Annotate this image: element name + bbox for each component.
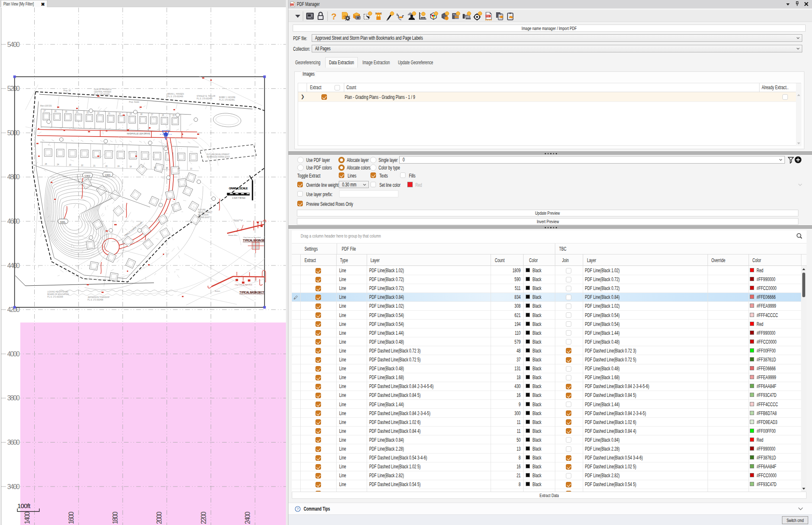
svg-text:25: 25: [45, 163, 47, 165]
svg-text:19: 19: [129, 113, 132, 115]
svg-text:20: 20: [119, 113, 121, 115]
svg-text:CENTRAL HANSEN: CENTRAL HANSEN: [94, 91, 111, 93]
svg-text:18: 18: [140, 113, 143, 115]
svg-text:?: ?: [331, 11, 337, 21]
svg-text:BOBBY J. MOORE: BOBBY J. MOORE: [219, 96, 235, 98]
svg-text:Prop. Swale: Prop. Swale: [129, 101, 140, 103]
svg-text:100ft: 100ft: [17, 502, 31, 509]
svg-text:18: 18: [129, 166, 132, 168]
svg-text:Normal Pool: Normal Pool: [233, 219, 243, 221]
svg-text:15: 15: [166, 167, 168, 169]
svg-text:15: 15: [173, 115, 175, 117]
svg-text:TYPICAL BASIN SECT: TYPICAL BASIN SECT: [239, 291, 265, 294]
svg-text:27: 27: [44, 110, 46, 112]
svg-text:Prop. 30': Prop. 30': [63, 90, 71, 92]
svg-text:1600: 1600: [68, 511, 75, 524]
svg-text:MORRISON FARMS EAST: MORRISON FARMS EAST: [207, 156, 230, 158]
svg-text:PDF: PDF: [291, 4, 294, 6]
svg-text:5000: 5000: [7, 129, 20, 137]
svg-text:FARMS EAST: FARMS EAST: [198, 216, 210, 219]
svg-text:GRAPHIC SCALE: GRAPHIC SCALE: [229, 186, 248, 190]
svg-text:DEVELOPMENT: DEVELOPMENT: [198, 211, 212, 213]
svg-text:P.L.S. 170-002485: P.L.S. 170-002485: [197, 98, 212, 100]
svg-text:LICKING HEIGHTS LSD: LICKING HEIGHTS LSD: [47, 291, 69, 293]
svg-text:4000: 4000: [7, 350, 20, 358]
svg-text:FUTURE: FUTURE: [198, 209, 206, 211]
svg-text:5200: 5200: [7, 85, 20, 92]
svg-text:23: 23: [69, 164, 71, 166]
svg-text:22: 22: [81, 164, 84, 167]
svg-text:OLAF B. HANSEN &: OLAF B. HANSEN &: [94, 88, 112, 90]
svg-text:P.L.S. 170-002409: P.L.S. 170-002409: [94, 93, 110, 96]
svg-text:2200: 2200: [200, 511, 207, 524]
svg-text:Clay Liner as Specified: Clay Liner as Specified: [243, 236, 261, 238]
svg-text:2000: 2000: [156, 511, 163, 524]
svg-text:TYPICAL BASIN SE: TYPICAL BASIN SE: [243, 239, 265, 242]
svg-text:16: 16: [162, 114, 164, 116]
svg-text:26: 26: [54, 110, 57, 112]
svg-text:23: 23: [87, 112, 89, 114]
svg-text:SWL: SWL: [60, 221, 66, 223]
svg-text:21: 21: [108, 112, 110, 115]
svg-text:17: 17: [142, 166, 144, 168]
svg-text:Clay Liner as Specified: Clay Liner as Specified: [235, 284, 252, 286]
svg-text:3400: 3400: [7, 483, 20, 490]
svg-text:P.L.S. 170-002469: P.L.S. 170-002469: [167, 96, 183, 98]
svg-text:1400: 1400: [24, 511, 31, 524]
svg-text:Swale: Swale: [63, 92, 69, 94]
svg-text:3800: 3800: [7, 394, 20, 402]
svg-text:5400: 5400: [7, 41, 20, 48]
svg-text:P.L.S. 171-002309: P.L.S. 171-002309: [47, 296, 63, 298]
svg-text:1 inch = 50 feet: 1 inch = 50 feet: [232, 197, 246, 199]
svg-text:Bottom Elev.: Bottom Elev.: [228, 234, 238, 236]
svg-text:4400: 4400: [7, 262, 20, 269]
svg-text:FUTURE DEVELOPMENT: FUTURE DEVELOPMENT: [207, 153, 230, 156]
svg-text:P.L.S. 171-002498: P.L.S. 171-002498: [88, 299, 103, 301]
svg-text:14: 14: [178, 167, 181, 170]
svg-text:19: 19: [118, 165, 120, 167]
svg-text:4600: 4600: [7, 218, 20, 225]
svg-text:JEFFERSON TOWNSHIP: JEFFERSON TOWNSHIP: [88, 296, 110, 298]
svg-text:CW1: CW1: [105, 174, 111, 176]
svg-text:NASHVILLE LEA DRIVE: NASHVILLE LEA DRIVE: [127, 132, 150, 135]
svg-text:13: 13: [190, 168, 192, 170]
svg-text:24: 24: [76, 111, 78, 113]
svg-text:4800: 4800: [7, 173, 20, 180]
svg-text:22: 22: [97, 112, 100, 114]
svg-text:24: 24: [57, 164, 60, 166]
svg-text:MORRISON: MORRISON: [198, 214, 208, 216]
svg-text:BRIAN L. HANSEN: BRIAN L. HANSEN: [167, 93, 184, 95]
svg-text:STANLEY E. TAYLOR: STANLEY E. TAYLOR: [197, 95, 216, 97]
svg-text:Bottom: Bottom: [215, 290, 220, 292]
svg-text:?: ?: [297, 507, 299, 511]
svg-text:Max+100'(30): Max+100'(30): [40, 105, 52, 107]
svg-text:CW2: CW2: [85, 175, 91, 177]
svg-text:17: 17: [151, 114, 154, 116]
svg-text:21: 21: [93, 165, 96, 167]
svg-text:20: 20: [105, 165, 108, 167]
svg-text:3600: 3600: [7, 439, 20, 446]
svg-text:P.L.S. 170-002481: P.L.S. 170-002481: [219, 99, 235, 101]
svg-text:2400: 2400: [244, 511, 251, 524]
svg-text:PDF: PDF: [486, 15, 490, 17]
svg-text:16: 16: [154, 167, 156, 169]
svg-text:1800: 1800: [112, 511, 119, 524]
svg-text:25: 25: [65, 111, 68, 113]
svg-text:BOARD OF EDUCATION: BOARD OF EDUCATION: [47, 293, 69, 295]
